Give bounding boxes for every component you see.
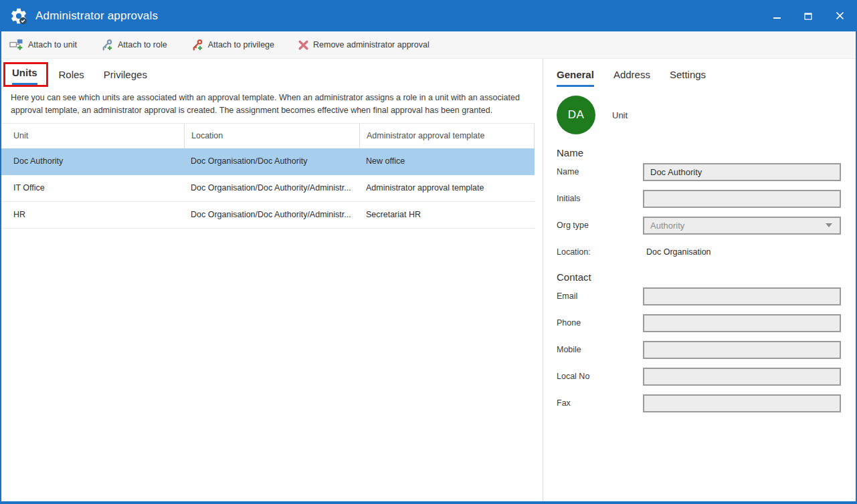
chevron-down-icon: [826, 223, 832, 227]
form-row-initials: Initials: [557, 185, 856, 212]
toolbar-label: Attach to privilege: [208, 40, 274, 49]
org-type-value: Authority: [650, 221, 826, 231]
attach-to-role-button[interactable]: Attach to role: [101, 39, 167, 51]
name-field[interactable]: [643, 163, 841, 181]
toolbar-label: Remove administrator approval: [313, 40, 430, 49]
section-header-contact: Contact: [557, 271, 856, 283]
column-header-unit[interactable]: Unit: [1, 124, 184, 148]
cell-location: Doc Organisation/Doc Authority/Administr…: [184, 202, 359, 228]
column-header-location[interactable]: Location: [184, 124, 359, 148]
initials-label: Initials: [557, 194, 643, 203]
units-table: Unit Location Administrator approval tem…: [1, 123, 535, 229]
avatar: DA: [557, 96, 595, 134]
column-header-template[interactable]: Administrator approval template: [359, 124, 535, 148]
form-row-mobile: Mobile: [557, 336, 856, 363]
org-type-label: Org type: [557, 221, 643, 230]
detail-pane: General Address Settings DA Unit Name Na…: [543, 59, 856, 501]
local-no-field[interactable]: [643, 368, 841, 386]
table-row[interactable]: Doc Authority Doc Organisation/Doc Autho…: [1, 148, 535, 175]
annotation-box: Units: [3, 62, 48, 87]
attach-privilege-icon: [191, 39, 203, 51]
form-row-local-no: Local No: [557, 363, 856, 390]
table-row[interactable]: HR Doc Organisation/Doc Authority/Admini…: [1, 202, 535, 229]
tab-address[interactable]: Address: [613, 69, 650, 87]
initials-field[interactable]: [643, 190, 841, 208]
org-type-select[interactable]: Authority: [643, 217, 841, 235]
minimize-button[interactable]: [761, 0, 793, 31]
cell-unit: Doc Authority: [1, 148, 184, 174]
gear-icon: [9, 7, 28, 25]
tab-units[interactable]: Units: [12, 67, 37, 85]
form-row-phone: Phone: [557, 309, 856, 336]
tab-settings[interactable]: Settings: [670, 69, 706, 87]
attach-to-unit-button[interactable]: Attach to unit: [9, 39, 77, 51]
attach-unit-icon: [9, 39, 23, 51]
units-description: Here you can see which units are associa…: [11, 92, 529, 117]
close-button[interactable]: [824, 0, 856, 31]
name-label: Name: [557, 167, 643, 176]
phone-label: Phone: [557, 318, 643, 328]
form-row-fax: Fax: [557, 390, 856, 416]
table-row[interactable]: IT Office Doc Organisation/Doc Authority…: [1, 175, 535, 202]
left-tab-bar: Units Roles Privileges: [1, 62, 543, 87]
fax-label: Fax: [557, 398, 643, 408]
maximize-button[interactable]: [793, 0, 824, 31]
form-row-org-type: Org type Authority: [557, 212, 856, 239]
cell-template: Administrator approval template: [359, 175, 535, 201]
left-pane: Units Roles Privileges Here you can see …: [1, 59, 543, 501]
toolbar: Attach to unit Attach to role: [1, 31, 856, 59]
phone-field[interactable]: [643, 314, 841, 332]
mobile-label: Mobile: [557, 345, 643, 354]
form-row-name: Name: [557, 158, 856, 185]
email-field[interactable]: [643, 287, 841, 305]
table-header: Unit Location Administrator approval tem…: [1, 123, 535, 148]
tab-general[interactable]: General: [557, 69, 594, 87]
section-header-name: Name: [557, 147, 856, 158]
avatar-row: DA Unit: [557, 96, 856, 134]
cell-location: Doc Organisation/Doc Authority: [184, 148, 359, 174]
window-controls: [761, 0, 856, 31]
form-row-location: Location: Doc Organisation: [557, 239, 856, 265]
attach-to-privilege-button[interactable]: Attach to privilege: [191, 39, 274, 51]
fax-field[interactable]: [643, 394, 841, 412]
tab-privileges[interactable]: Privileges: [104, 69, 147, 87]
title-bar: Administrator approvals: [1, 0, 856, 31]
form-row-email: Email: [557, 283, 856, 309]
toolbar-label: Attach to role: [118, 40, 167, 49]
app-window: Administrator approvals: [0, 0, 857, 504]
window-title: Administrator approvals: [35, 9, 158, 23]
email-label: Email: [557, 291, 643, 301]
cell-template: New office: [359, 148, 535, 174]
cell-unit: IT Office: [1, 175, 184, 201]
avatar-type-label: Unit: [612, 110, 628, 120]
cell-template: Secretariat HR: [359, 202, 535, 228]
remove-administrator-approval-button[interactable]: Remove administrator approval: [298, 40, 430, 50]
cell-location: Doc Organisation/Doc Authority/Administr…: [184, 175, 359, 201]
local-no-label: Local No: [557, 372, 643, 381]
location-label: Location:: [557, 247, 643, 257]
toolbar-label: Attach to unit: [28, 40, 77, 49]
remove-x-icon: [298, 40, 308, 50]
detail-tab-bar: General Address Settings: [557, 62, 856, 87]
tab-roles[interactable]: Roles: [59, 69, 84, 87]
mobile-field[interactable]: [643, 341, 841, 359]
location-value: Doc Organisation: [643, 247, 711, 257]
attach-role-icon: [101, 39, 113, 51]
cell-unit: HR: [1, 202, 184, 228]
main-area: Units Roles Privileges Here you can see …: [1, 59, 856, 501]
